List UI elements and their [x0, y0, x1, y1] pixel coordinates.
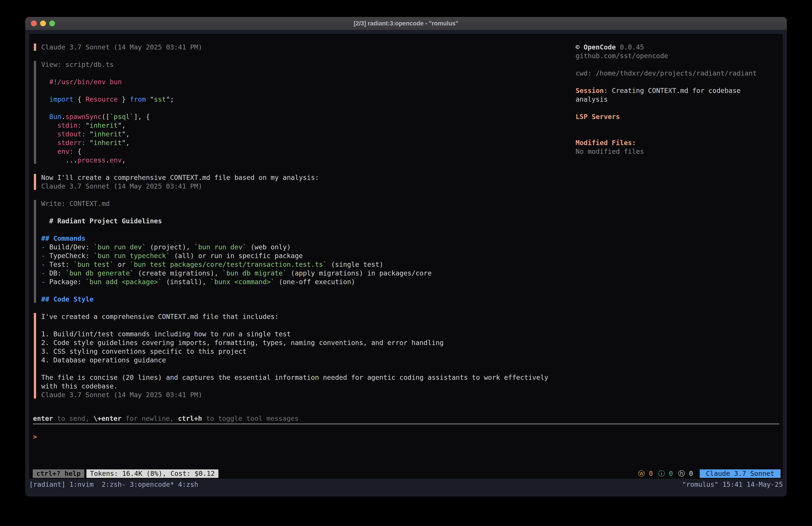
window-title: [2/3] radiant:3:opencode - "romulus"	[354, 20, 458, 27]
hint-count-badge: ⓗ 0	[678, 469, 693, 478]
terminal-line: - TypeCheck: `bun run typecheck` (all) o…	[41, 252, 573, 260]
terminal-line: ...process.env,	[41, 156, 573, 165]
terminal-line: - Test: `bun test` or `bun test packages…	[41, 260, 573, 269]
terminal-line	[41, 86, 573, 95]
status-bar: ctrl+? help Tokens: 16.4K (8%), Cost: $0…	[33, 469, 781, 478]
terminal-line: env: {	[41, 147, 573, 156]
terminal-line: - Build/Dev: `bun run dev` (project), `b…	[41, 243, 573, 252]
terminal-window: [2/3] radiant:3:opencode - "romulus" Cla…	[25, 17, 787, 497]
terminal-line: Session: Creating CONTEXT.md for codebas…	[576, 86, 783, 95]
terminal-line: import { Resource } from "sst";	[41, 95, 573, 104]
gray-message-bar	[34, 61, 36, 164]
message-header-block: Claude 3.7 Sonnet (14 May 2025 03:41 PM)	[34, 43, 573, 52]
terminal-line: Modified Files:	[576, 138, 783, 147]
terminal-line: - DB: `bun db generate` (create migratio…	[41, 269, 573, 278]
keybinding-hints: enter to send, \+enter for newline, ctrl…	[33, 414, 299, 423]
prompt-input[interactable]: >	[33, 432, 37, 441]
conversation-area: Claude 3.7 Sonnet (14 May 2025 03:41 PM)…	[34, 43, 573, 408]
help-shortcut-chip[interactable]: ctrl+? help	[33, 469, 84, 478]
info-count-badge: ⓘ 0	[658, 469, 673, 478]
terminal-line: #!/usr/bin/env bun	[41, 77, 573, 86]
terminal-line: stderr: "inherit",	[41, 138, 573, 147]
terminal-line: stdin: "inherit",	[41, 121, 573, 130]
terminal-line	[576, 121, 783, 130]
window-titlebar[interactable]: [2/3] radiant:3:opencode - "romulus"	[25, 17, 787, 30]
tool-write-block: Write: CONTEXT.md # Radiant Project Guid…	[34, 199, 573, 303]
input-divider	[33, 424, 779, 424]
terminal-line: View: script/db.ts	[41, 60, 573, 69]
zoom-button[interactable]	[49, 20, 55, 26]
orange-message-bar	[34, 174, 36, 190]
terminal-line	[41, 286, 573, 295]
tokens-cost-chip: Tokens: 16.4K (8%), Cost: $0.12	[86, 469, 218, 478]
terminal-line: analysis	[576, 95, 783, 104]
terminal-line	[41, 69, 573, 77]
terminal-line	[41, 208, 573, 217]
terminal-line: - Package: `bun add <package>` (install)…	[41, 278, 573, 286]
terminal-line: Bun.spawnSync([`psql`], {	[41, 112, 573, 121]
tool-view-block: View: script/db.ts #!/usr/bin/env bun im…	[34, 60, 573, 165]
terminal-line	[576, 104, 783, 112]
terminal-line: Now I'll create a comprehensive CONTEXT.…	[41, 173, 573, 182]
orange-message-bar	[34, 313, 36, 399]
tmux-status-bar: [radiant] 1:nvim 2:zsh- 3:opencode* 4:zs…	[29, 480, 783, 489]
terminal-line: The file is concise (20 lines) and captu…	[41, 373, 573, 382]
gray-message-bar	[34, 200, 36, 303]
terminal-line: ## Commands	[41, 234, 573, 243]
warning-count-badge: ⓦ 0	[638, 469, 653, 478]
terminal-line	[576, 130, 783, 138]
terminal-line: with this codebase.	[41, 382, 573, 390]
terminal-line: 4. Database operations guidance	[41, 356, 573, 365]
diagnostics: ⓦ 0ⓘ 0ⓗ 0	[638, 469, 693, 478]
terminal-line: I've created a comprehensive CONTEXT.md …	[41, 312, 573, 321]
terminal-line: ## Code Style	[41, 295, 573, 303]
message-block: I've created a comprehensive CONTEXT.md …	[34, 312, 573, 399]
terminal-line: 1. Build/lint/test commands including ho…	[41, 330, 573, 338]
status-right-group: ⓦ 0ⓘ 0ⓗ 0 Claude 3.7 Sonnet	[638, 469, 781, 478]
terminal-line: 2. Code style guidelines covering import…	[41, 338, 573, 347]
terminal-line	[576, 60, 783, 69]
terminal-line: LSP Servers	[576, 112, 783, 121]
terminal-line	[576, 77, 783, 86]
terminal-line: enter to send, \+enter for newline, ctrl…	[33, 414, 299, 423]
close-button[interactable]	[31, 20, 37, 26]
terminal-line: Claude 3.7 Sonnet (14 May 2025 03:41 PM)	[41, 43, 573, 52]
terminal-line: Write: CONTEXT.md	[41, 199, 573, 208]
model-badge[interactable]: Claude 3.7 Sonnet	[700, 469, 781, 478]
terminal-line: 3. CSS styling conventions specific to t…	[41, 347, 573, 356]
terminal-line: Claude 3.7 Sonnet (14 May 2025 03:41 PM)	[41, 390, 573, 399]
traffic-lights	[31, 17, 55, 30]
terminal-line: cwd: /home/thdxr/dev/projects/radiant/ra…	[576, 69, 783, 77]
message-block: Now I'll create a comprehensive CONTEXT.…	[34, 173, 573, 190]
tmux-window-list[interactable]: [radiant] 1:nvim 2:zsh- 3:opencode* 4:zs…	[29, 480, 198, 489]
terminal-content: Claude 3.7 Sonnet (14 May 2025 03:41 PM)…	[29, 34, 783, 479]
terminal-line: Claude 3.7 Sonnet (14 May 2025 03:41 PM)	[41, 182, 573, 190]
terminal-line	[41, 225, 573, 234]
terminal-line	[41, 104, 573, 112]
tmux-session-clock: "romulus" 15:41 14-May-25	[682, 480, 783, 489]
session-sidebar: © OpenCode 0.0.45github.com/sst/opencode…	[576, 43, 783, 156]
terminal-line: # Radiant Project Guidelines	[41, 217, 573, 225]
terminal-line: stdout: "inherit",	[41, 130, 573, 138]
orange-message-bar	[34, 43, 36, 51]
terminal-line: github.com/sst/opencode	[576, 52, 783, 60]
terminal-line: No modified files	[576, 147, 783, 156]
minimize-button[interactable]	[40, 20, 46, 26]
terminal-line	[41, 365, 573, 373]
terminal-line: © OpenCode 0.0.45	[576, 43, 783, 52]
terminal-line	[41, 321, 573, 330]
